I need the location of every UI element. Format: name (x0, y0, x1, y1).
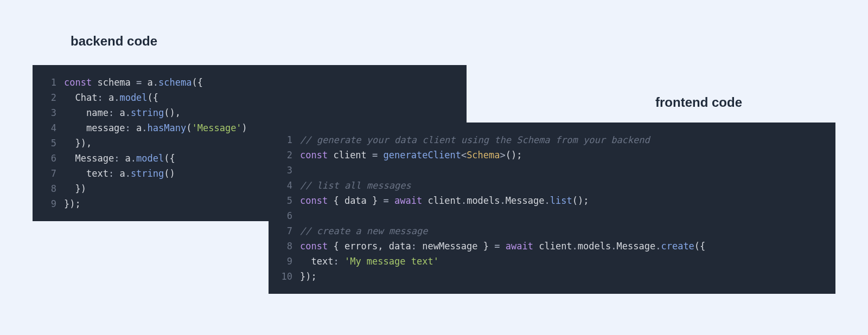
line-number: 4 (40, 120, 56, 136)
code-token: : (333, 256, 339, 267)
code-token: = (384, 195, 389, 206)
code-token: : (97, 92, 103, 103)
line-content: Message: a.model({ (64, 151, 175, 166)
code-token: Message (64, 153, 114, 164)
line-number: 7 (276, 223, 292, 239)
code-token: . (153, 77, 158, 88)
code-token: ) (242, 123, 247, 133)
code-token (500, 241, 506, 252)
code-token: client (533, 241, 572, 252)
line-number: 7 (40, 166, 56, 181)
code-token: hasMany (148, 123, 187, 133)
code-line: 2const client = generateClient<Schema>()… (276, 147, 826, 163)
code-token: ({ (192, 77, 202, 88)
code-token: schema (158, 77, 192, 88)
line-content: // create a new message (300, 223, 427, 239)
line-number: 1 (276, 132, 292, 147)
line-content: }); (300, 269, 317, 284)
code-token: = (372, 150, 378, 160)
code-token: list (550, 195, 572, 206)
code-token: }); (300, 271, 317, 282)
line-content: text: a.string() (64, 166, 175, 181)
code-line: 1const schema = a.schema({ (40, 75, 457, 90)
code-token: name (64, 107, 108, 118)
code-token: . (544, 195, 550, 206)
code-token: : (125, 123, 131, 133)
line-number: 8 (276, 239, 292, 254)
code-token: string (131, 107, 164, 118)
code-token (378, 150, 383, 160)
line-content: }), (64, 136, 92, 151)
line-number: 2 (40, 90, 56, 105)
code-token: a (142, 77, 152, 88)
line-content: }); (64, 196, 81, 211)
code-token: ({ (694, 241, 705, 252)
line-number: 2 (276, 147, 292, 163)
code-token: const (300, 195, 328, 206)
code-token: await (506, 241, 533, 252)
code-token: . (572, 241, 578, 252)
code-token: . (461, 195, 467, 206)
code-token: generateClient (384, 150, 461, 160)
line-content: const schema = a.schema({ (64, 75, 203, 90)
code-token: string (131, 168, 164, 179)
code-token: }); (64, 198, 81, 209)
code-token: message (64, 123, 125, 133)
code-token: : (411, 241, 417, 252)
code-token: { errors, data (328, 241, 411, 252)
code-token: // list all messages (300, 180, 411, 191)
code-line: 4// list all messages (276, 178, 826, 193)
line-content: // list all messages (300, 178, 411, 193)
line-number: 8 (40, 181, 56, 196)
code-token: const (300, 150, 328, 160)
code-line: 3 (276, 163, 826, 178)
code-token: a (114, 168, 125, 179)
code-token: model (119, 92, 147, 103)
line-number: 5 (40, 136, 56, 151)
code-token: model (136, 153, 164, 164)
line-number: 9 (276, 254, 292, 269)
line-number: 1 (40, 75, 56, 90)
code-token: const (300, 241, 328, 252)
code-token (389, 195, 394, 206)
code-token: a (114, 107, 125, 118)
code-token: (); (572, 195, 589, 206)
code-token: . (125, 107, 131, 118)
code-line: 7// create a new message (276, 223, 826, 239)
code-token: Message (506, 195, 545, 206)
code-token: : (108, 168, 114, 179)
code-line: 10}); (276, 269, 826, 284)
code-token: models (578, 241, 611, 252)
code-token: }), (64, 138, 92, 149)
code-token: . (500, 195, 506, 206)
code-line: 9 text: 'My message text' (276, 254, 826, 269)
code-token: : (108, 107, 114, 118)
code-token: const (64, 77, 92, 88)
line-content: name: a.string(), (64, 105, 181, 120)
line-content: const client = generateClient<Schema>(); (300, 147, 522, 163)
line-content: const { errors, data: newMessage } = awa… (300, 239, 705, 254)
line-content: // generate your data client using the S… (300, 132, 650, 147)
code-token: a (103, 92, 114, 103)
code-token: create (661, 241, 694, 252)
code-token: text (300, 256, 333, 267)
code-token: . (611, 241, 616, 252)
code-token: . (142, 123, 147, 133)
code-token: ({ (164, 153, 175, 164)
code-token: a (131, 123, 142, 133)
code-line: 6 (276, 208, 826, 223)
heading-frontend-code: frontend code (655, 95, 742, 110)
code-token: . (655, 241, 661, 252)
code-token: Chat (64, 92, 97, 103)
line-content: text: 'My message text' (300, 254, 439, 269)
code-token: ( (186, 123, 192, 133)
line-number: 6 (40, 151, 56, 166)
line-content: Chat: a.model({ (64, 90, 158, 105)
code-token: Message (617, 241, 656, 252)
code-token: await (394, 195, 422, 206)
line-number: 3 (40, 105, 56, 120)
code-token: (); (506, 150, 522, 160)
code-line: 1// generate your data client using the … (276, 132, 826, 147)
code-token: Schema (467, 150, 500, 160)
code-token: { data } (328, 195, 383, 206)
